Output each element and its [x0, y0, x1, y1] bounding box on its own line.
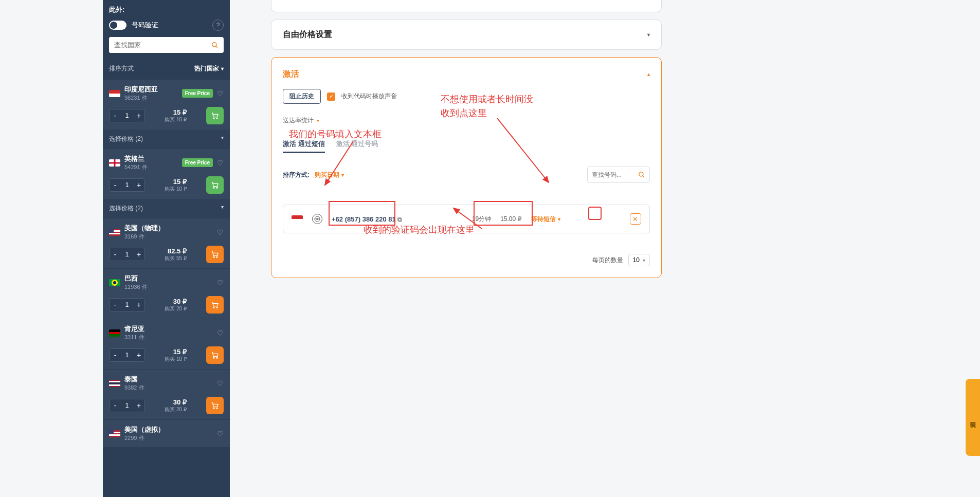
country-name: 美国（虚拟）: [124, 425, 165, 434]
country-card[interactable]: 美国（虚拟）2299 件♡: [103, 419, 230, 447]
buy-for: 购买 10 ₽: [165, 186, 187, 193]
svg-point-6: [213, 256, 214, 257]
price: 30 ₽: [165, 298, 187, 305]
buy-for: 购买 10 ₽: [165, 356, 187, 363]
quantity-stepper[interactable]: -1+: [109, 399, 145, 412]
select-price-row[interactable]: 选择价格 (2)▾: [103, 130, 230, 149]
svg-point-14: [639, 172, 643, 176]
qty-minus[interactable]: -: [110, 399, 121, 412]
buy-button[interactable]: [206, 397, 224, 414]
play-sound-checkbox[interactable]: ✓: [327, 93, 335, 101]
country-card[interactable]: 泰国9382 件♡-1+30 ₽购买 20 ₽: [103, 369, 230, 419]
qty-plus[interactable]: +: [133, 109, 144, 122]
sort-label: 排序方式: [109, 64, 134, 73]
phone-number[interactable]: +62 (857) 386 220 81 ⧉: [332, 215, 402, 223]
svg-line-1: [215, 46, 217, 47]
qty-minus[interactable]: -: [110, 109, 121, 122]
heart-icon[interactable]: ♡: [217, 379, 224, 388]
buy-for: 购买 10 ₽: [165, 116, 187, 123]
heart-icon[interactable]: ♡: [217, 89, 224, 98]
activation-panel: 激活 ▴ 阻止历史 ✓ 收到代码时播放声音 送达率统计 ▾ 激活 通过短信 激活…: [271, 57, 662, 278]
svg-point-9: [216, 307, 217, 308]
sidebar: 此外: 号码验证 ? 排序方式 热门国家 ▾ 印度尼西亚98231 件Free …: [103, 0, 230, 497]
qty-value: 1: [121, 301, 133, 308]
chevron-up-icon[interactable]: ▴: [647, 71, 650, 77]
country-card[interactable]: 美国（物理）3169 件♡-1+82.5 ₽购买 55 ₽: [103, 218, 230, 268]
flag-icon: [109, 90, 120, 97]
svg-point-5: [216, 187, 217, 188]
verify-toggle[interactable]: [109, 21, 126, 30]
main-content: 自由价格设置 ▾ 激活 ▴ 阻止历史 ✓ 收到代码时播放声音 送达率统计 ▾ 激…: [230, 0, 662, 497]
heart-icon[interactable]: ♡: [217, 159, 224, 167]
free-price-badge: Free Price: [182, 158, 213, 167]
buy-for: 购买 55 ₽: [165, 255, 187, 262]
country-count: 3311 件: [124, 334, 144, 341]
heart-icon[interactable]: ♡: [217, 430, 224, 438]
country-card[interactable]: 印度尼西亚98231 件Free Price♡-1+15 ₽购买 10 ₽: [103, 79, 230, 130]
buy-button[interactable]: [206, 107, 224, 124]
svg-point-2: [213, 118, 214, 119]
qty-minus[interactable]: -: [110, 349, 121, 361]
qty-minus[interactable]: -: [110, 179, 121, 191]
qty-plus[interactable]: +: [133, 349, 144, 361]
copy-icon[interactable]: ⧉: [397, 216, 402, 223]
flag-icon: [109, 380, 120, 387]
buy-button[interactable]: [206, 346, 224, 364]
select-price-row[interactable]: 选择价格 (2)▾: [103, 199, 230, 218]
country-name: 肯尼亚: [124, 324, 144, 334]
feedback-tab[interactable]: 给我们写: [966, 379, 980, 456]
heart-icon[interactable]: ♡: [217, 228, 224, 236]
sort-select[interactable]: 热门国家 ▾: [194, 64, 224, 73]
country-search-input[interactable]: [109, 37, 206, 53]
qty-plus[interactable]: +: [133, 299, 144, 311]
search-icon[interactable]: [634, 167, 649, 182]
sort2-select[interactable]: 购买日期 ▾: [315, 171, 344, 179]
qty-plus[interactable]: +: [133, 248, 144, 261]
qty-value: 1: [121, 402, 133, 409]
flag-icon: [109, 329, 120, 337]
buy-button[interactable]: [206, 246, 224, 263]
block-history-button[interactable]: 阻止历史: [283, 89, 321, 104]
heart-icon[interactable]: ♡: [217, 279, 224, 287]
qty-minus[interactable]: -: [110, 299, 121, 311]
cancel-button[interactable]: ✕: [630, 213, 641, 225]
help-icon[interactable]: ?: [212, 20, 224, 31]
country-name: 巴西: [124, 274, 148, 283]
buy-button[interactable]: [206, 296, 224, 314]
quantity-stepper[interactable]: -1+: [109, 348, 145, 362]
flag-icon: [109, 279, 120, 286]
qty-plus[interactable]: +: [133, 399, 144, 412]
per-page-select[interactable]: 10 ▾: [628, 254, 650, 266]
search-icon[interactable]: [206, 37, 224, 53]
qty-value: 1: [121, 181, 133, 189]
svg-point-11: [216, 357, 217, 358]
wait-sms-status[interactable]: 等待短信 ▾: [531, 215, 560, 224]
svg-point-10: [213, 357, 214, 358]
price: 30 ₽: [165, 398, 187, 406]
heart-icon[interactable]: ♡: [217, 329, 224, 337]
country-card[interactable]: 肯尼亚3311 件♡-1+15 ₽购买 10 ₽: [103, 319, 230, 369]
annotation-1: 我们的号码填入文本框: [289, 128, 382, 140]
svg-point-7: [216, 256, 217, 257]
country-count: 9382 件: [124, 384, 144, 392]
country-search[interactable]: [109, 37, 224, 53]
qty-plus[interactable]: +: [133, 179, 144, 191]
number-search-input[interactable]: [588, 168, 634, 181]
buy-button[interactable]: [206, 176, 224, 194]
tab-number[interactable]: 激活 通过号码: [336, 139, 378, 153]
svg-point-8: [213, 307, 214, 308]
chevron-down-icon[interactable]: ▾: [647, 32, 650, 38]
price: 82.5 ₽: [165, 247, 187, 255]
flag-icon: [109, 159, 120, 167]
qty-minus[interactable]: -: [110, 248, 121, 261]
qty-value: 1: [121, 352, 133, 359]
quantity-stepper[interactable]: -1+: [109, 109, 145, 122]
country-card[interactable]: 巴西11936 件♡-1+30 ₽购买 20 ₽: [103, 268, 230, 319]
country-name: 英格兰: [124, 154, 148, 163]
tab-sms[interactable]: 激活 通过短信: [283, 139, 325, 153]
quantity-stepper[interactable]: -1+: [109, 248, 145, 261]
quantity-stepper[interactable]: -1+: [109, 298, 145, 311]
quantity-stepper[interactable]: -1+: [109, 178, 145, 192]
country-card[interactable]: 英格兰54291 件Free Price♡-1+15 ₽购买 10 ₽: [103, 149, 230, 199]
buy-for: 购买 20 ₽: [165, 406, 187, 413]
